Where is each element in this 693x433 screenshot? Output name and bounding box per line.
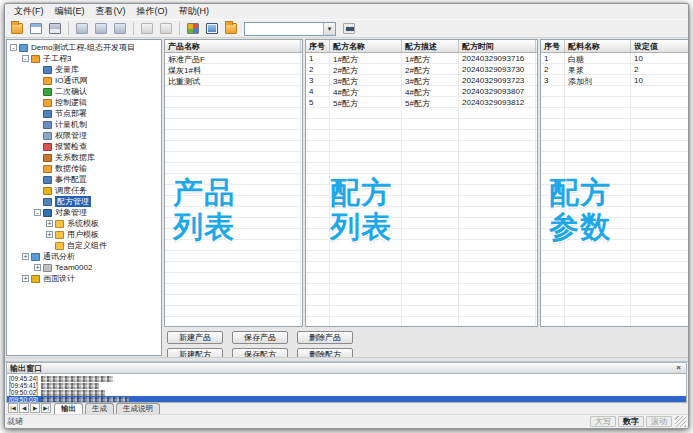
menubar: 文件(F)编辑(E)查看(V)操作(O)帮助(H) xyxy=(5,4,688,19)
column-header[interactable]: 配料名称 xyxy=(565,40,631,52)
table-row[interactable]: 煤灰1#料 xyxy=(165,64,302,75)
tree-item[interactable]: +通讯分析 xyxy=(7,251,161,262)
table-row[interactable]: 1白糖10 xyxy=(541,53,689,64)
expander-icon[interactable]: + xyxy=(22,275,29,282)
expander-icon[interactable]: - xyxy=(34,209,41,216)
tree-item[interactable]: +关系数据库 xyxy=(7,152,161,163)
tree-item[interactable]: +自定义组件 xyxy=(7,240,161,251)
toolbar-combobox[interactable]: ▾ xyxy=(244,22,336,36)
column-header[interactable]: 配方名称 xyxy=(330,40,402,52)
tree-item[interactable]: -对象管理 xyxy=(7,207,161,218)
tree-item[interactable]: +计量机制 xyxy=(7,119,161,130)
table-row[interactable]: 55#配方5#配方20240329093812 xyxy=(306,97,537,108)
tab-nav-icon[interactable]: ◀ xyxy=(19,403,29,413)
table-cell: 3 xyxy=(541,75,565,86)
tab-nav-icon[interactable]: ▶ xyxy=(30,403,40,413)
expander-icon[interactable]: - xyxy=(10,44,17,51)
tree-item[interactable]: +配方管理 xyxy=(7,196,161,207)
save-icon[interactable] xyxy=(46,21,64,37)
table-cell: 比重测试 xyxy=(165,75,301,86)
paste-icon[interactable] xyxy=(111,21,129,37)
redo-icon[interactable] xyxy=(157,21,175,37)
tree-item[interactable]: +画面设计 xyxy=(7,273,161,284)
tree-item[interactable]: +系统模板 xyxy=(7,218,161,229)
logic-icon xyxy=(43,99,52,107)
output-tab[interactable]: 输出 xyxy=(54,403,83,414)
folder-upload-icon[interactable] xyxy=(222,21,240,37)
column-header[interactable]: 产品名称 xyxy=(165,40,301,52)
tree-item[interactable]: +二次确认 xyxy=(7,86,161,97)
open-project-icon[interactable] xyxy=(8,21,26,37)
tree-item[interactable]: +变量库 xyxy=(7,64,161,75)
action-button[interactable]: 新建产品 xyxy=(167,331,223,344)
table-row[interactable]: 比重测试 xyxy=(165,75,302,86)
tree-item[interactable]: +控制逻辑 xyxy=(7,97,161,108)
table-row[interactable]: 标准产品F xyxy=(165,53,302,64)
table-cell: 标准产品F xyxy=(165,53,301,64)
tab-nav-icon[interactable]: ▶| xyxy=(41,403,51,413)
tree-item[interactable]: +权限管理 xyxy=(7,130,161,141)
tree-item[interactable]: +数据传输 xyxy=(7,163,161,174)
tree-item[interactable]: +用户模板 xyxy=(7,229,161,240)
cut-icon[interactable] xyxy=(73,21,91,37)
tree-item-label: Team0002 xyxy=(55,263,92,272)
table-row[interactable]: 44#配方4#配方20240329093807 xyxy=(306,86,537,97)
tree-item[interactable]: +节点部署 xyxy=(7,108,161,119)
menu-item[interactable]: 编辑(E) xyxy=(50,4,90,19)
monitor-icon[interactable] xyxy=(203,21,221,37)
tab-nav-icon[interactable]: |◀ xyxy=(8,403,18,413)
log-line[interactable]: [09:50:02] xyxy=(7,389,686,396)
cut-icon xyxy=(76,23,88,34)
toolbar-separator xyxy=(179,22,180,35)
close-icon[interactable]: × xyxy=(674,364,683,373)
menu-item[interactable]: 帮助(H) xyxy=(174,4,215,19)
tree-item[interactable]: +事件配置 xyxy=(7,174,161,185)
undo-icon[interactable] xyxy=(138,21,156,37)
tree-item[interactable]: +调度任务 xyxy=(7,185,161,196)
output-tab[interactable]: 生成 xyxy=(85,403,114,414)
column-header[interactable]: 配方时间 xyxy=(459,40,536,52)
tree-item-label: Demo测试工程-组态开发项目 xyxy=(31,42,135,53)
find-icon[interactable] xyxy=(340,21,358,37)
menu-item[interactable]: 文件(F) xyxy=(9,4,49,19)
network-icon[interactable] xyxy=(184,21,202,37)
tree-item[interactable]: -子工程3 xyxy=(7,53,161,64)
new-window-icon[interactable] xyxy=(27,21,45,37)
menu-item[interactable]: 操作(O) xyxy=(132,4,173,19)
tree-item[interactable]: +报警检查 xyxy=(7,141,161,152)
log-line[interactable]: [09:50:03] xyxy=(7,396,686,403)
column-header[interactable]: 序号 xyxy=(306,40,330,52)
action-button[interactable]: 保存产品 xyxy=(232,331,288,344)
column-header[interactable]: 设定值 xyxy=(631,40,689,52)
table-row[interactable]: 11#配方1#配方20240329093716 xyxy=(306,53,537,64)
table-row[interactable]: 2果浆2 xyxy=(541,64,689,75)
tree-item[interactable]: +IO通讯网 xyxy=(7,75,161,86)
monitor-icon xyxy=(206,23,218,34)
column-header[interactable]: 配方描述 xyxy=(402,40,459,52)
log-line[interactable]: [09:45:41] xyxy=(7,382,686,389)
menu-item[interactable]: 查看(V) xyxy=(91,4,131,19)
action-button[interactable]: 删除产品 xyxy=(297,331,353,344)
expander-icon[interactable]: + xyxy=(46,231,53,238)
expander-icon[interactable]: + xyxy=(46,220,53,227)
table-cell: 1#配方 xyxy=(330,53,402,64)
column-gridlines xyxy=(165,53,302,326)
table-row[interactable]: 22#配方2#配方20240329093730 xyxy=(306,64,537,75)
expander-icon[interactable]: - xyxy=(22,55,29,62)
chevron-down-icon[interactable]: ▾ xyxy=(323,23,335,35)
table-row[interactable]: 3添加剂10 xyxy=(541,75,689,86)
tree-item-label: 系统模板 xyxy=(67,218,99,229)
output-tab[interactable]: 生成说明 xyxy=(116,403,160,414)
copy-icon[interactable] xyxy=(92,21,110,37)
column-header[interactable]: 序号 xyxy=(541,40,565,52)
database-icon xyxy=(43,66,52,74)
folder-icon xyxy=(31,55,40,63)
expander-icon[interactable]: + xyxy=(34,264,41,271)
tree-item[interactable]: -Demo测试工程-组态开发项目 xyxy=(7,42,161,53)
log-line[interactable]: [09:45:24] xyxy=(7,375,686,382)
resize-grip-icon[interactable] xyxy=(675,416,686,427)
table-row[interactable]: 33#配方3#配方20240329093723 xyxy=(306,75,537,86)
expander-icon[interactable]: + xyxy=(22,253,29,260)
table-cell: 10 xyxy=(631,75,689,86)
tree-item[interactable]: +Team0002 xyxy=(7,262,161,273)
